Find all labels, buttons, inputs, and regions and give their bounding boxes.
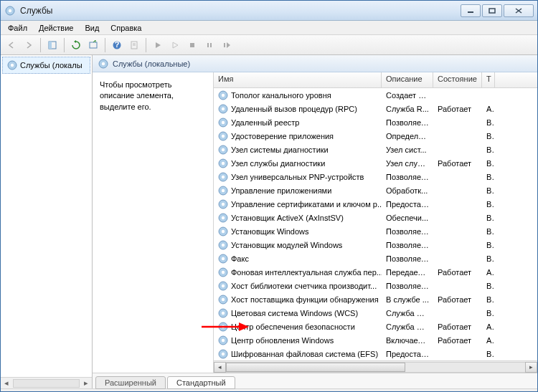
service-name-cell: Установщик Windows — [214, 226, 382, 236]
service-row[interactable]: Удаленный реестрПозволяет...В — [214, 115, 537, 129]
service-row[interactable]: Центр обеспечения безопасностиСлужба W..… — [214, 320, 537, 333]
help-button[interactable]: ? — [109, 37, 125, 53]
menu-action[interactable]: Действие — [33, 22, 79, 34]
menu-file[interactable]: Файл — [2, 22, 33, 34]
service-state-cell: Работает — [433, 295, 482, 304]
service-desc-cell: Обеспечи... — [382, 214, 433, 222]
pause-button[interactable] — [202, 37, 217, 53]
service-row[interactable]: Установщик WindowsПозволяет...В — [214, 224, 537, 238]
tab-extended[interactable]: Расширенный — [95, 376, 166, 389]
titlebar[interactable]: Службы — [1, 1, 537, 21]
start-button[interactable] — [150, 37, 166, 53]
service-row[interactable]: Узел системы диагностикиУзел сист...В — [214, 143, 537, 156]
info-panel: Чтобы просмотреть описание элемента, выд… — [93, 72, 213, 373]
service-name-cell: Хост библиотеки счетчика производит... — [214, 281, 382, 291]
scroll-track[interactable] — [13, 379, 80, 388]
svg-rect-3 — [489, 9, 495, 13]
svg-rect-17 — [224, 43, 225, 47]
details-pane: Службы (локальные) Чтобы просмотреть опи… — [93, 55, 537, 388]
service-row[interactable]: Узел службы диагностикиУзел служ...Работ… — [214, 156, 537, 170]
svg-point-45 — [222, 243, 225, 246]
show-hide-tree-button[interactable] — [44, 37, 60, 53]
svg-point-49 — [222, 270, 225, 273]
service-name-cell: Узел универсальных PNP-устройств — [214, 172, 382, 182]
service-row[interactable]: Фоновая интеллектуальная служба пер...Пе… — [214, 265, 537, 279]
svg-point-43 — [222, 229, 225, 232]
service-row[interactable]: Установщик модулей WindowsПозволяет...В — [214, 238, 537, 252]
service-desc-cell: Предостав... — [382, 200, 433, 209]
col-type[interactable]: Т — [482, 72, 495, 87]
service-row[interactable]: Узел универсальных PNP-устройствПозволяе… — [214, 170, 537, 183]
service-desc-cell: Служба W... — [382, 322, 433, 331]
service-row[interactable]: Удостоверение приложенияОпределя...В — [214, 129, 537, 143]
maximize-button[interactable] — [482, 4, 502, 17]
restart-button[interactable] — [219, 37, 235, 53]
service-row[interactable]: Управление сертификатами и ключом р...Пр… — [214, 197, 537, 211]
service-type-cell: В — [482, 350, 495, 358]
svg-point-51 — [222, 284, 225, 287]
forward-button[interactable] — [21, 37, 37, 53]
tree-root-services[interactable]: Службы (локалы — [2, 57, 90, 74]
stop-button[interactable] — [184, 37, 200, 53]
minimize-button[interactable] — [461, 4, 481, 17]
service-name-cell: Удаленный реестр — [214, 118, 382, 128]
svg-point-31 — [222, 148, 225, 150]
service-name-cell: Центр обеспечения безопасности — [214, 322, 382, 332]
svg-point-1 — [9, 9, 11, 11]
service-name-cell: Управление приложениями — [214, 186, 382, 196]
service-name-cell: Установщик модулей Windows — [214, 240, 382, 250]
service-row[interactable]: Шифрованная файловая система (EFS)Предос… — [214, 347, 537, 360]
tree-hscroll[interactable]: ◂ ▸ — [1, 377, 92, 388]
hscroll-right-icon[interactable]: ▸ — [525, 362, 537, 373]
menu-view[interactable]: Вид — [79, 22, 105, 34]
service-state-cell: Работает — [433, 268, 482, 277]
service-name-cell: Узел службы диагностики — [214, 158, 382, 168]
refresh-button[interactable] — [68, 37, 84, 53]
service-row[interactable]: Хост поставщика функции обнаруженияВ слу… — [214, 292, 537, 306]
service-desc-cell: Создает ка... — [382, 91, 433, 100]
service-name-cell: Удаленный вызов процедур (RPC) — [214, 104, 382, 114]
service-type-cell: В — [482, 241, 495, 249]
col-name[interactable]: Имя — [214, 72, 382, 87]
service-row[interactable]: Тополог канального уровняСоздает ка... — [214, 88, 537, 102]
service-row[interactable]: Управление приложениямиОбработк...В — [214, 183, 537, 197]
hscroll-left-icon[interactable]: ◂ — [214, 362, 226, 373]
service-desc-cell: Позволяет... — [382, 254, 433, 263]
svg-point-25 — [222, 107, 225, 110]
svg-point-23 — [222, 93, 225, 96]
service-row[interactable]: Установщик ActiveX (AxInstSV)Обеспечи...… — [214, 211, 537, 224]
service-type-cell: В — [482, 173, 495, 181]
service-row[interactable]: Хост библиотеки счетчика производит...По… — [214, 279, 537, 292]
scroll-right-icon[interactable]: ▸ — [80, 378, 92, 388]
col-state[interactable]: Состояние — [433, 72, 482, 87]
service-desc-cell: Обработк... — [382, 186, 433, 195]
service-row[interactable]: Центр обновления WindowsВключает ...Рабо… — [214, 333, 537, 347]
list-hscroll[interactable]: ◂ ▸ — [214, 360, 537, 373]
back-button[interactable] — [4, 37, 19, 53]
export-button[interactable] — [85, 37, 101, 53]
service-row[interactable]: ФаксПозволяет...В — [214, 252, 537, 265]
service-desc-cell: Позволяет... — [382, 227, 433, 236]
service-desc-cell: Узел сист... — [382, 145, 433, 154]
service-type-cell: А — [482, 322, 495, 331]
service-desc-cell: Служба W... — [382, 309, 433, 317]
column-header-row: Имя Описание Состояние Т — [214, 72, 537, 88]
service-desc-cell: Определя... — [382, 132, 433, 140]
service-row[interactable]: Цветовая система Windows (WCS)Служба W..… — [214, 306, 537, 320]
tab-standard[interactable]: Стандартный — [167, 376, 235, 389]
scroll-left-icon[interactable]: ◂ — [1, 378, 12, 388]
hscroll-track[interactable] — [226, 362, 525, 373]
service-desc-cell: Служба R... — [382, 105, 433, 113]
view-tabs: Расширенный Стандартный — [93, 373, 537, 388]
hscroll-thumb[interactable] — [226, 363, 405, 372]
svg-rect-16 — [210, 43, 212, 47]
close-button[interactable] — [504, 4, 534, 17]
start-alt-button[interactable] — [167, 37, 183, 53]
service-name-cell: Тополог канального уровня — [214, 90, 382, 100]
service-row[interactable]: Удаленный вызов процедур (RPC)Служба R..… — [214, 102, 537, 115]
col-description[interactable]: Описание — [382, 72, 433, 87]
service-type-cell: В — [482, 118, 495, 127]
menu-help[interactable]: Справка — [105, 22, 147, 34]
properties-button[interactable] — [126, 37, 142, 53]
service-desc-cell: Позволяет... — [382, 241, 433, 249]
